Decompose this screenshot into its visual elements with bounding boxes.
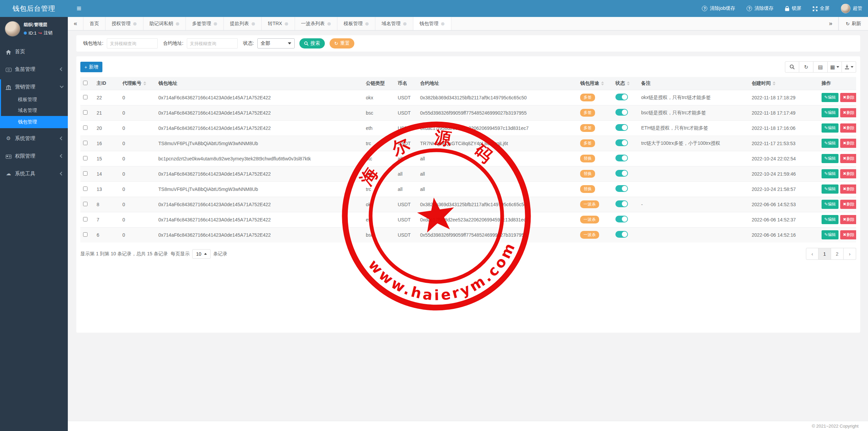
status-toggle[interactable] [615, 139, 628, 146]
row-checkbox[interactable] [83, 171, 87, 176]
tabs-scroll-right-button[interactable]: » [823, 17, 839, 30]
contract-address-input[interactable] [187, 38, 238, 48]
clear-cache-button[interactable]: ? 清除缓存 [741, 0, 779, 17]
delete-button[interactable]: ✖删除 [840, 200, 856, 209]
sidebar-item-template-management[interactable]: 模板管理 [1, 94, 68, 105]
clear-job-cache-button[interactable]: ? 清除job缓存 [696, 0, 741, 17]
page-button-1[interactable]: 1 [818, 248, 831, 260]
row-checkbox[interactable] [83, 232, 87, 237]
row-checkbox[interactable] [83, 125, 87, 130]
wallet-address-input[interactable] [107, 38, 158, 48]
status-toggle[interactable] [615, 216, 628, 222]
sort-icon[interactable] [601, 81, 604, 85]
row-checkbox[interactable] [83, 156, 87, 160]
lock-screen-button[interactable]: 锁屏 [779, 0, 807, 17]
delete-button[interactable]: ✖删除 [840, 108, 856, 117]
sidebar-item-wallet-management[interactable]: 钱包管理 [1, 116, 68, 128]
status-toggle[interactable] [615, 170, 628, 177]
row-checkbox[interactable] [83, 110, 87, 115]
close-tab-icon[interactable]: ⊗ [133, 21, 137, 26]
status-toggle[interactable] [615, 94, 628, 100]
tab-提款列表[interactable]: 提款列表⊗ [224, 17, 262, 30]
table-search-button[interactable] [785, 61, 799, 73]
row-checkbox[interactable] [83, 202, 87, 206]
sidebar-item-system-management[interactable]: ⚙ 系统管理 [0, 131, 68, 146]
sort-icon[interactable] [627, 81, 630, 85]
row-checkbox[interactable] [83, 95, 87, 99]
tabs-scroll-left-button[interactable]: « [68, 17, 83, 30]
status-toggle[interactable] [615, 185, 628, 192]
column-header-status[interactable]: 状态 [613, 77, 638, 90]
tab-授权管理[interactable]: 授权管理⊗ [105, 17, 143, 30]
tab-域名管理[interactable]: 域名管理⊗ [375, 17, 413, 30]
sidebar-item-permission-management[interactable]: 权限管理 [0, 149, 68, 163]
sidebar-item-fry-management[interactable]: 鱼苗管理 [0, 62, 68, 77]
hamburger-menu-icon[interactable]: ≡ [68, 4, 90, 13]
user-menu[interactable]: 超管 [835, 0, 868, 17]
row-checkbox[interactable] [83, 217, 87, 221]
fullscreen-button[interactable]: 全屏 [807, 0, 835, 17]
column-header-created[interactable]: 创建时间 [749, 77, 819, 90]
status-toggle[interactable] [615, 124, 628, 131]
add-button[interactable]: + 新增 [80, 62, 102, 72]
tab-助记词私钥[interactable]: 助记词私钥⊗ [143, 17, 186, 30]
sort-icon[interactable] [143, 81, 146, 85]
edit-button[interactable]: ✎编辑 [822, 93, 839, 102]
columns-button[interactable]: ▦ [828, 61, 842, 73]
edit-button[interactable]: ✎编辑 [822, 154, 839, 163]
refresh-tab-button[interactable]: ↻ 刷新 [839, 17, 868, 30]
row-checkbox[interactable] [83, 141, 87, 145]
search-button[interactable]: 搜索 [299, 38, 325, 48]
delete-button[interactable]: ✖删除 [840, 169, 856, 178]
tab-首页[interactable]: 首页 [83, 17, 105, 30]
tab-一波杀列表[interactable]: 一波杀列表⊗ [295, 17, 338, 30]
delete-button[interactable]: ✖删除 [840, 215, 856, 224]
next-page-button[interactable]: › [844, 248, 856, 260]
reset-button[interactable]: ↻ 重置 [330, 38, 355, 48]
close-tab-icon[interactable]: ⊗ [284, 21, 289, 26]
edit-button[interactable]: ✎编辑 [822, 215, 839, 224]
column-header-usage[interactable]: 钱包用途 [577, 77, 613, 90]
column-header-agent[interactable]: 代理账号 [120, 77, 156, 90]
close-tab-icon[interactable]: ⊗ [403, 21, 407, 26]
delete-button[interactable]: ✖删除 [840, 93, 856, 102]
status-toggle[interactable] [615, 231, 628, 238]
edit-button[interactable]: ✎编辑 [822, 169, 839, 178]
delete-button[interactable]: ✖删除 [840, 184, 856, 194]
edit-button[interactable]: ✎编辑 [822, 123, 839, 133]
sidebar-item-domain-management[interactable]: 域名管理 [1, 105, 68, 116]
page-size-select[interactable]: 10 [192, 249, 211, 259]
tab-钱包管理[interactable]: 钱包管理⊗ [413, 17, 451, 30]
table-refresh-button[interactable]: ↻ [799, 61, 813, 73]
edit-button[interactable]: ✎编辑 [822, 230, 839, 239]
sidebar-item-home[interactable]: 首页 [0, 44, 68, 59]
tab-多签管理[interactable]: 多签管理⊗ [186, 17, 224, 30]
prev-page-button[interactable]: ‹ [806, 248, 818, 260]
close-tab-icon[interactable]: ⊗ [365, 21, 369, 26]
edit-button[interactable]: ✎编辑 [822, 184, 839, 194]
row-checkbox[interactable] [83, 187, 87, 191]
delete-button[interactable]: ✖删除 [840, 123, 856, 133]
sidebar-item-marketing[interactable]: 营销管理 [1, 79, 68, 94]
select-all-checkbox[interactable] [83, 81, 87, 85]
close-tab-icon[interactable]: ⊗ [176, 21, 180, 26]
edit-button[interactable]: ✎编辑 [822, 139, 839, 148]
status-toggle[interactable] [615, 109, 628, 116]
close-tab-icon[interactable]: ⊗ [213, 21, 217, 26]
tab-模板管理[interactable]: 模板管理⊗ [337, 17, 375, 30]
edit-button[interactable]: ✎编辑 [822, 108, 839, 117]
close-tab-icon[interactable]: ⊗ [441, 21, 445, 26]
page-button-2[interactable]: 2 [831, 248, 844, 260]
export-button[interactable] [842, 61, 856, 73]
table-view-button[interactable]: ▤ [813, 61, 828, 73]
close-tab-icon[interactable]: ⊗ [251, 21, 255, 26]
sort-icon[interactable] [773, 81, 775, 85]
status-toggle[interactable] [615, 200, 628, 207]
close-tab-icon[interactable]: ⊗ [327, 21, 331, 26]
status-select[interactable]: 全部 [257, 38, 295, 48]
tab-转TRX[interactable]: 转TRX⊗ [262, 17, 295, 30]
edit-button[interactable]: ✎编辑 [822, 200, 839, 209]
delete-button[interactable]: ✖删除 [840, 139, 856, 148]
sidebar-item-system-tools[interactable]: ☁ 系统工具 [0, 166, 68, 181]
delete-button[interactable]: ✖删除 [840, 154, 856, 163]
